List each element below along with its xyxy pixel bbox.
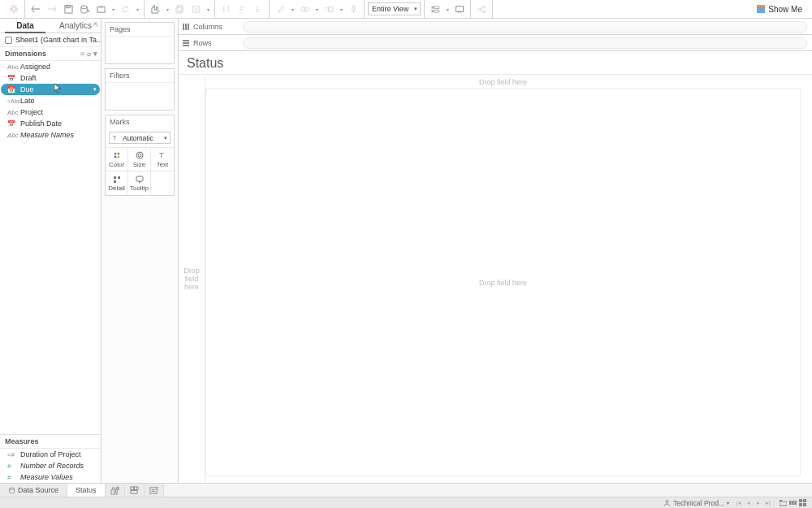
refresh-icon[interactable] — [118, 2, 132, 16]
viz-canvas[interactable]: Drop field here — [205, 89, 801, 476]
sheet-tab-status[interactable]: Status — [67, 484, 106, 497]
svg-rect-10 — [328, 7, 333, 11]
nav-prev-icon[interactable]: ◂ — [744, 499, 754, 507]
forward-icon[interactable] — [45, 2, 59, 16]
svg-rect-0 — [64, 5, 71, 12]
viz-col-drop[interactable]: Drop field here — [205, 75, 801, 89]
mark-type-select[interactable]: T Automatic — [109, 132, 171, 144]
view-mode-buttons — [778, 499, 807, 507]
abc-icon[interactable]: T — [322, 2, 336, 16]
dropdown-icon[interactable]: ▾ — [110, 2, 116, 16]
mouse-cursor-icon — [54, 84, 62, 93]
share-icon[interactable] — [474, 2, 489, 16]
data-tab[interactable]: Data — [0, 19, 50, 33]
field-measure-values[interactable]: #Measure Values — [1, 471, 100, 483]
sort-asc-icon[interactable] — [235, 2, 249, 16]
field-due[interactable]: 📅Due — [1, 84, 100, 95]
dropdown-icon[interactable]: ▾ — [313, 2, 320, 16]
tableau-logo-icon[interactable] — [6, 2, 21, 16]
svg-rect-54 — [803, 503, 806, 506]
nav-last-icon[interactable]: ▸| — [763, 499, 773, 507]
nav-first-icon[interactable]: |◂ — [734, 499, 744, 507]
marks-tooltip[interactable]: Tooltip — [128, 172, 151, 195]
cards-column: Pages Filters Marks T Automatic Color Si… — [102, 19, 179, 483]
svg-point-24 — [136, 152, 143, 158]
duplicate-icon[interactable] — [172, 2, 187, 16]
rows-drop-zone[interactable] — [243, 37, 807, 49]
marks-size[interactable]: Size — [128, 148, 151, 172]
field-measure-names[interactable]: AbcMeasure Names — [1, 129, 100, 141]
marks-color[interactable]: Color — [106, 148, 128, 172]
presentation-icon[interactable] — [452, 2, 467, 16]
view-list-icon[interactable]: ≡ — [80, 50, 84, 58]
svg-rect-31 — [183, 24, 184, 30]
new-story-tab[interactable] — [145, 484, 164, 497]
dropdown-icon[interactable]: ▾ — [338, 2, 344, 16]
sheet-title[interactable]: Status — [179, 51, 812, 74]
field-project[interactable]: AbcProject — [1, 106, 100, 118]
dropdown-icon[interactable]: ▾ — [205, 2, 211, 16]
svg-point-42 — [136, 487, 139, 489]
columns-shelf[interactable]: Columns — [179, 19, 812, 35]
datasource-tab[interactable]: Data Source — [0, 484, 67, 497]
svg-rect-28 — [118, 176, 120, 179]
svg-rect-35 — [183, 42, 189, 44]
view-filmstrip-icon[interactable] — [788, 499, 797, 507]
sort-desc-icon[interactable] — [251, 2, 266, 16]
dropdown-icon[interactable]: ▾ — [289, 2, 296, 16]
show-me-icon — [757, 5, 765, 13]
analytics-tab[interactable]: Analytics⇱ — [50, 19, 101, 33]
new-data-source-icon[interactable] — [77, 2, 92, 16]
svg-rect-34 — [183, 40, 189, 41]
user-menu[interactable]: Technical Prod... ▾ — [663, 499, 729, 507]
save-icon[interactable] — [61, 2, 76, 16]
dropdown-icon[interactable]: ▾ — [444, 2, 451, 16]
filters-card[interactable]: Filters — [105, 68, 175, 111]
swap-icon[interactable] — [218, 2, 233, 16]
new-worksheet-icon[interactable] — [148, 2, 162, 16]
marks-text[interactable]: TText — [151, 148, 174, 172]
new-dashboard-tab[interactable] — [125, 484, 145, 497]
auto-updates-icon[interactable] — [93, 2, 108, 16]
svg-rect-47 — [780, 500, 782, 501]
show-cards-icon[interactable] — [428, 2, 443, 16]
svg-rect-11 — [432, 6, 434, 8]
highlight-icon[interactable] — [273, 2, 287, 16]
marks-detail[interactable]: Detail — [106, 172, 128, 195]
dimensions-list: AbcAssigned 📅Draft 📅Due =AbcLate AbcProj… — [0, 61, 101, 141]
field-draft[interactable]: 📅Draft — [1, 72, 100, 84]
group-icon[interactable] — [297, 2, 312, 16]
columns-drop-zone[interactable] — [243, 21, 807, 33]
svg-point-21 — [117, 153, 119, 155]
field-number-records[interactable]: #Number of Records — [1, 460, 100, 471]
data-source-item[interactable]: Sheet1 (Gantt chart in Ta... — [0, 33, 101, 47]
field-duration[interactable]: =#Duration of Project — [1, 449, 100, 460]
viz-row-drop[interactable]: Drop field here — [179, 75, 205, 483]
svg-rect-30 — [136, 176, 143, 181]
search-icon[interactable]: ⌕ — [87, 50, 91, 58]
svg-point-44 — [156, 487, 158, 489]
back-icon[interactable] — [28, 2, 43, 16]
dropdown-icon[interactable]: ▾ — [164, 2, 171, 16]
clear-icon[interactable] — [188, 2, 203, 16]
dropdown-icon[interactable]: ▾ — [134, 2, 140, 16]
pages-card[interactable]: Pages — [105, 22, 175, 64]
pin-icon[interactable] — [346, 2, 361, 16]
drop-field-vert-label: Drop field here — [184, 267, 200, 291]
new-worksheet-tab[interactable] — [106, 484, 125, 497]
svg-text:T: T — [159, 151, 164, 159]
svg-point-2 — [80, 5, 86, 8]
field-assigned[interactable]: AbcAssigned — [1, 61, 100, 72]
rows-shelf[interactable]: Rows — [179, 35, 812, 51]
nav-next-icon[interactable]: ▸ — [754, 499, 763, 507]
fit-mode-select[interactable]: Entire View — [368, 2, 421, 15]
view-sorter-icon[interactable] — [797, 499, 807, 507]
field-late[interactable]: =AbcLate — [1, 95, 100, 106]
show-me-button[interactable]: Show Me — [750, 5, 809, 14]
field-publish-date[interactable]: 📅Publish Date — [1, 118, 100, 129]
view-tabs-icon[interactable] — [778, 499, 788, 507]
menu-icon[interactable]: ▾ — [93, 50, 97, 58]
svg-text:T: T — [113, 134, 117, 141]
sheet-nav: |◂ ◂ ▸ ▸| — [734, 499, 773, 507]
main-area: Data Analytics⇱ Sheet1 (Gantt chart in T… — [0, 19, 812, 483]
